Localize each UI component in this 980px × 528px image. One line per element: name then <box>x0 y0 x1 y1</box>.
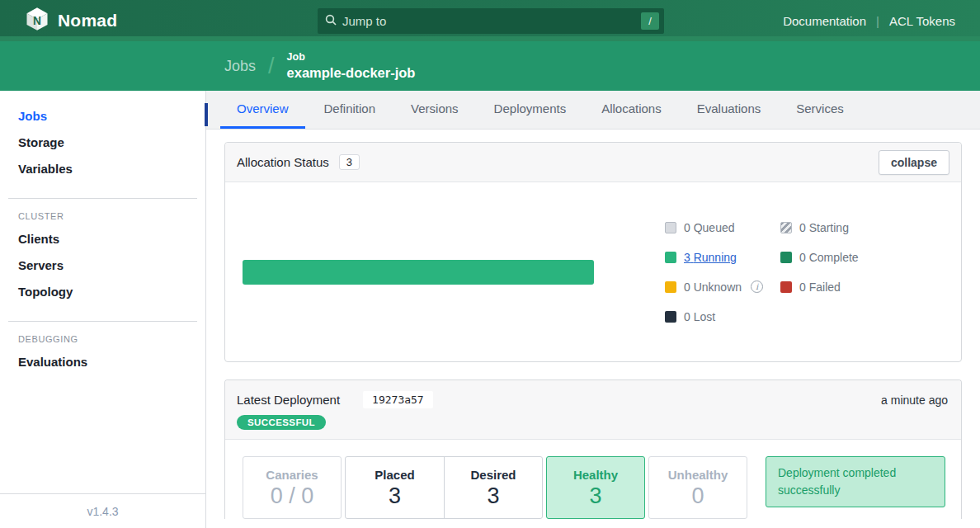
legend-item-queued: 0 Queued <box>665 221 780 234</box>
links-separator: | <box>876 14 879 28</box>
allocation-status-title: Allocation Status <box>237 155 329 169</box>
metric-placed-desired-group: Placed 3 Desired 3 <box>345 456 543 519</box>
sidebar-item-evaluations[interactable]: Evaluations <box>18 355 205 372</box>
starting-swatch-icon <box>780 222 792 233</box>
deployment-message: Deployment completed successfully <box>766 456 945 507</box>
running-swatch-icon <box>665 252 676 263</box>
metric-placed: Placed 3 <box>346 457 444 518</box>
unknown-swatch-icon <box>665 281 676 293</box>
slash-shortcut-badge: / <box>641 12 659 30</box>
version-label: v1.4.3 <box>0 493 205 528</box>
allocation-bar-chart <box>243 260 594 285</box>
sidebar-divider <box>8 321 197 322</box>
sidebar-section-cluster: CLUSTER <box>18 211 205 221</box>
allocation-legend: 0 Queued 0 Starting 3 Running 0 Com <box>665 221 921 323</box>
breadcrumb-job-name: example-docker-job <box>287 64 416 82</box>
sidebar-section-debugging: DEBUGGING <box>18 334 205 344</box>
sidebar-item-storage[interactable]: Storage <box>18 135 205 153</box>
tab-versions[interactable]: Versions <box>394 91 475 129</box>
breadcrumb-item-type: Job <box>287 51 416 64</box>
metric-unhealthy: Unhealthy 0 <box>648 456 747 519</box>
allocation-status-panel: Allocation Status 3 collapse 0 Queued <box>224 142 962 362</box>
sidebar-item-clients[interactable]: Clients <box>18 232 205 249</box>
latest-deployment-panel: Latest Deployment 19273a57 a minute ago … <box>224 380 962 519</box>
metric-canaries: Canaries 0 / 0 <box>243 456 342 519</box>
deployment-status-badge: SUCCESSFUL <box>237 415 326 430</box>
running-allocations-link[interactable]: 3 Running <box>684 251 737 264</box>
info-icon[interactable] <box>751 280 763 293</box>
metric-healthy: Healthy 3 <box>546 456 645 519</box>
tab-services[interactable]: Services <box>780 91 860 129</box>
tab-definition[interactable]: Definition <box>308 91 393 129</box>
documentation-link[interactable]: Documentation <box>783 14 866 28</box>
sidebar: Jobs Storage Variables CLUSTER Clients S… <box>0 91 206 528</box>
breadcrumb: Jobs / Job example-docker-job <box>0 41 980 91</box>
running-allocations-bar[interactable] <box>243 260 594 285</box>
legend-item-starting: 0 Starting <box>780 221 921 234</box>
collapse-button[interactable]: collapse <box>879 150 949 175</box>
search-icon <box>325 14 337 29</box>
breadcrumb-current[interactable]: Job example-docker-job <box>287 51 416 81</box>
queued-swatch-icon <box>665 222 676 233</box>
legend-item-unknown: 0 Unknown <box>665 280 780 294</box>
sidebar-item-topology[interactable]: Topology <box>18 285 205 302</box>
deployment-metrics: Canaries 0 / 0 Placed 3 Desired 3 <box>225 440 961 519</box>
sidebar-item-variables[interactable]: Variables <box>18 162 205 179</box>
scroll-indicator[interactable] <box>205 103 208 126</box>
navbar-links: Documentation | ACL Tokens <box>783 14 980 28</box>
tab-overview[interactable]: Overview <box>220 91 305 129</box>
legend-item-complete: 0 Complete <box>780 251 921 264</box>
legend-item-lost: 0 Lost <box>665 310 780 323</box>
metric-desired: Desired 3 <box>444 457 542 518</box>
breadcrumb-jobs-link[interactable]: Jobs <box>224 58 256 75</box>
deployment-id-badge: 19273a57 <box>363 391 433 408</box>
brand-name: Nomad <box>58 11 117 31</box>
nomad-brand[interactable]: N Nomad <box>0 7 117 35</box>
nomad-logo-icon: N <box>25 7 49 35</box>
legend-item-running: 3 Running <box>665 251 780 264</box>
legend-item-failed: 0 Failed <box>780 280 921 294</box>
latest-deployment-header: Latest Deployment 19273a57 a minute ago … <box>225 380 961 440</box>
sidebar-item-servers[interactable]: Servers <box>18 258 205 276</box>
lost-swatch-icon <box>665 311 676 323</box>
top-navbar: N Nomad Jump to / Documentation | ACL To… <box>0 0 980 41</box>
allocation-status-header: Allocation Status 3 collapse <box>225 143 961 182</box>
allocation-count-badge: 3 <box>339 154 360 170</box>
tab-allocations[interactable]: Allocations <box>585 91 678 129</box>
svg-text:N: N <box>33 15 41 27</box>
acl-tokens-link[interactable]: ACL Tokens <box>889 14 955 28</box>
deployment-timestamp: a minute ago <box>881 394 948 407</box>
jump-to-search-input[interactable]: Jump to / <box>318 8 664 34</box>
sidebar-divider <box>8 198 197 199</box>
job-tabs: Overview Definition Versions Deployments… <box>206 91 980 130</box>
breadcrumb-separator: / <box>268 54 275 79</box>
complete-swatch-icon <box>780 252 792 263</box>
failed-swatch-icon <box>780 281 792 293</box>
main-content: Overview Definition Versions Deployments… <box>206 91 980 528</box>
sidebar-item-jobs[interactable]: Jobs <box>18 109 205 126</box>
search-placeholder: Jump to <box>342 14 641 28</box>
tab-deployments[interactable]: Deployments <box>478 91 583 129</box>
tab-evaluations[interactable]: Evaluations <box>681 91 778 129</box>
allocation-status-body: 0 Queued 0 Starting 3 Running 0 Com <box>225 182 961 361</box>
latest-deployment-title: Latest Deployment <box>237 393 340 407</box>
